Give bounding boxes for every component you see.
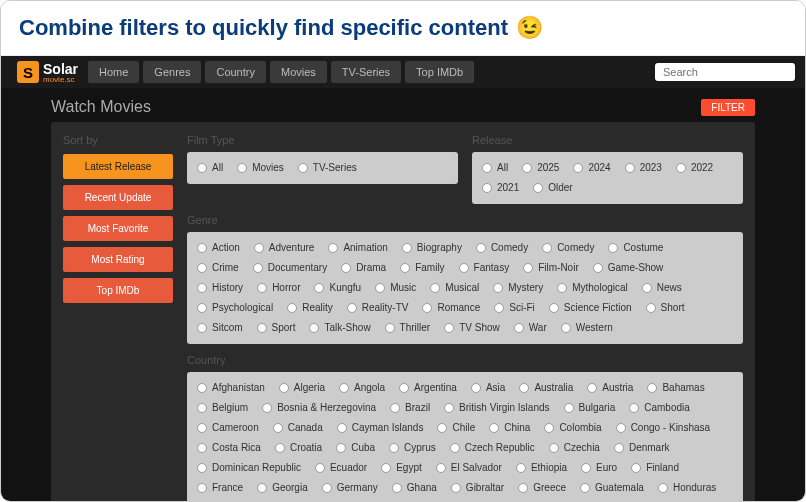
genre-option[interactable]: Biography	[402, 240, 462, 256]
genre-option[interactable]: Short	[646, 300, 685, 316]
country-option[interactable]: El Salvador	[436, 460, 502, 476]
genre-option[interactable]: Drama	[341, 260, 386, 276]
genre-option[interactable]: Comedy	[476, 240, 528, 256]
country-option[interactable]: Czech Republic	[450, 440, 535, 456]
country-option[interactable]: Egypt	[381, 460, 422, 476]
release-option[interactable]: 2025	[522, 160, 559, 176]
genre-option[interactable]: Horror	[257, 280, 300, 296]
country-option[interactable]: Austria	[587, 380, 633, 396]
country-option[interactable]: Canada	[273, 420, 323, 436]
country-option[interactable]: Australia	[519, 380, 573, 396]
country-option[interactable]: Honduras	[658, 480, 716, 496]
genre-option[interactable]: Fantasy	[459, 260, 510, 276]
genre-option[interactable]: War	[514, 320, 547, 336]
country-option[interactable]: Dominican Republic	[197, 460, 301, 476]
genre-option[interactable]: Documentary	[253, 260, 327, 276]
country-option[interactable]: France	[197, 480, 243, 496]
country-option[interactable]: Algeria	[279, 380, 325, 396]
genre-option[interactable]: Romance	[422, 300, 480, 316]
genre-option[interactable]: Kungfu	[314, 280, 361, 296]
genre-option[interactable]: Thriller	[385, 320, 431, 336]
country-option[interactable]: Argentina	[399, 380, 457, 396]
genre-option[interactable]: TV Show	[444, 320, 500, 336]
country-option[interactable]: Bahamas	[647, 380, 704, 396]
genre-option[interactable]: Western	[561, 320, 613, 336]
genre-option[interactable]: Reality	[287, 300, 333, 316]
filmtype-option[interactable]: TV-Series	[298, 160, 357, 176]
release-option[interactable]: 2023	[625, 160, 662, 176]
country-option[interactable]: China	[489, 420, 530, 436]
genre-option[interactable]: Mythological	[557, 280, 628, 296]
nav-item-home[interactable]: Home	[88, 61, 139, 83]
filter-button[interactable]: FILTER	[701, 99, 755, 116]
country-option[interactable]: Cayman Islands	[337, 420, 424, 436]
country-option[interactable]: Bulgaria	[564, 400, 616, 416]
country-option[interactable]: Ethiopia	[516, 460, 567, 476]
country-option[interactable]: Colombia	[544, 420, 601, 436]
release-option[interactable]: 2022	[676, 160, 713, 176]
search-box[interactable]	[655, 63, 795, 81]
genre-option[interactable]: Science Fiction	[549, 300, 632, 316]
sort-most-favorite[interactable]: Most Favorite	[63, 216, 173, 241]
country-option[interactable]: Cuba	[336, 440, 375, 456]
genre-option[interactable]: History	[197, 280, 243, 296]
genre-option[interactable]: Family	[400, 260, 444, 276]
genre-option[interactable]: Comedy	[542, 240, 594, 256]
country-option[interactable]: Georgia	[257, 480, 308, 496]
nav-item-top-imdb[interactable]: Top IMDb	[405, 61, 474, 83]
country-option[interactable]: Ecuador	[315, 460, 367, 476]
country-option[interactable]: Brazil	[390, 400, 430, 416]
genre-option[interactable]: Action	[197, 240, 240, 256]
sort-top-imdb[interactable]: Top IMDb	[63, 278, 173, 303]
genre-option[interactable]: Game-Show	[593, 260, 664, 276]
country-option[interactable]: Cambodia	[629, 400, 690, 416]
genre-option[interactable]: Mystery	[493, 280, 543, 296]
country-option[interactable]: Finland	[631, 460, 679, 476]
release-option[interactable]: All	[482, 160, 508, 176]
nav-item-genres[interactable]: Genres	[143, 61, 201, 83]
country-option[interactable]: Asia	[471, 380, 505, 396]
country-option[interactable]: Belgium	[197, 400, 248, 416]
country-option[interactable]: Congo - Kinshasa	[616, 420, 711, 436]
country-option[interactable]: Ghana	[392, 480, 437, 496]
country-option[interactable]: Angola	[339, 380, 385, 396]
genre-option[interactable]: Sport	[257, 320, 296, 336]
country-option[interactable]: Cameroon	[197, 420, 259, 436]
country-option[interactable]: Greece	[518, 480, 566, 496]
country-option[interactable]: Afghanistan	[197, 380, 265, 396]
country-option[interactable]: Gibraltar	[451, 480, 504, 496]
country-option[interactable]: Cyprus	[389, 440, 436, 456]
filmtype-option[interactable]: Movies	[237, 160, 284, 176]
genre-option[interactable]: Crime	[197, 260, 239, 276]
nav-item-tv-series[interactable]: TV-Series	[331, 61, 401, 83]
release-option[interactable]: 2024	[573, 160, 610, 176]
genre-option[interactable]: News	[642, 280, 682, 296]
country-option[interactable]: Euro	[581, 460, 617, 476]
country-option[interactable]: Denmark	[614, 440, 670, 456]
filmtype-option[interactable]: All	[197, 160, 223, 176]
release-option[interactable]: 2021	[482, 180, 519, 196]
genre-option[interactable]: Reality-TV	[347, 300, 409, 316]
country-option[interactable]: Bosnia & Herzegovina	[262, 400, 376, 416]
country-option[interactable]: Chile	[437, 420, 475, 436]
genre-option[interactable]: Adventure	[254, 240, 315, 256]
site-logo[interactable]: S Solar movie.sc	[11, 60, 84, 84]
country-option[interactable]: Czechia	[549, 440, 600, 456]
country-option[interactable]: Costa Rica	[197, 440, 261, 456]
country-option[interactable]: British Virgin Islands	[444, 400, 549, 416]
sort-latest-release[interactable]: Latest Release	[63, 154, 173, 179]
genre-option[interactable]: Costume	[608, 240, 663, 256]
search-input[interactable]	[663, 66, 801, 78]
release-option[interactable]: Older	[533, 180, 572, 196]
country-option[interactable]: Guatemala	[580, 480, 644, 496]
genre-option[interactable]: Talk-Show	[309, 320, 370, 336]
country-option[interactable]: Croatia	[275, 440, 322, 456]
nav-item-movies[interactable]: Movies	[270, 61, 327, 83]
genre-option[interactable]: Psychological	[197, 300, 273, 316]
nav-item-country[interactable]: Country	[205, 61, 266, 83]
sort-most-rating[interactable]: Most Rating	[63, 247, 173, 272]
sort-recent-update[interactable]: Recent Update	[63, 185, 173, 210]
genre-option[interactable]: Musical	[430, 280, 479, 296]
genre-option[interactable]: Music	[375, 280, 416, 296]
genre-option[interactable]: Film-Noir	[523, 260, 579, 276]
